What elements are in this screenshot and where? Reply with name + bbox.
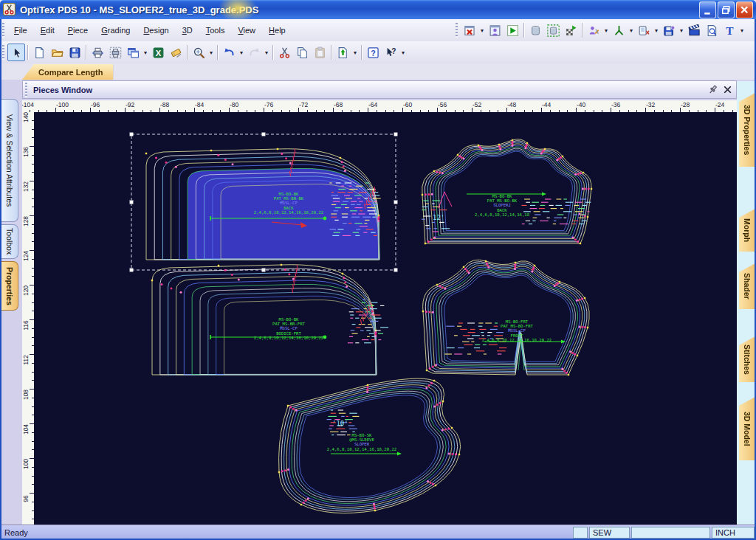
- simulate-icon[interactable]: [504, 21, 521, 39]
- svg-text:?: ?: [371, 48, 375, 57]
- redo-icon[interactable]: [245, 44, 263, 61]
- size-label: 12': [433, 214, 444, 221]
- paste-icon[interactable]: [311, 44, 329, 61]
- right-tab-stitches[interactable]: Stitches: [739, 336, 755, 382]
- selection-handle[interactable]: [394, 269, 398, 272]
- tab-compare-length[interactable]: Compare Length: [22, 64, 113, 80]
- standard-toolbar: ▾X▾▾▾▾??▾: [0, 41, 756, 64]
- menu-view[interactable]: View: [231, 23, 262, 38]
- svg-text:MS-BO-BKPAT_MS-BR-FRTMSSL-CPBO: MS-BO-BKPAT_MS-BR-FRTMSSL-CPBODICE-FRT2,…: [254, 317, 323, 340]
- cloth-cylinder-icon[interactable]: [526, 21, 544, 39]
- save-file-icon[interactable]: [66, 44, 83, 61]
- help-icon[interactable]: ?: [364, 44, 382, 61]
- cloth-select-icon[interactable]: [544, 21, 562, 39]
- right-tab-3d-model[interactable]: 3D Model: [739, 397, 755, 460]
- close-3d-windows-button-dropdown[interactable]: ▾: [478, 22, 486, 38]
- minimize-button[interactable]: [699, 1, 716, 18]
- pieces-window-header[interactable]: Pieces Window: [22, 80, 737, 99]
- toolbar-separator: [86, 45, 86, 60]
- toolbar-separator: [217, 45, 218, 60]
- left-tab-properties[interactable]: Properties: [1, 261, 18, 311]
- text-tool-icon[interactable]: T: [721, 21, 738, 39]
- right-tab-3d-properties[interactable]: 3D Properties: [739, 93, 755, 167]
- toolbar-grip[interactable]: [456, 23, 458, 38]
- animation-icon[interactable]: [685, 21, 703, 39]
- cut-icon[interactable]: [275, 44, 293, 61]
- selection-handle[interactable]: [130, 201, 134, 204]
- menu-piece[interactable]: Piece: [61, 23, 95, 38]
- window-layout-button-dropdown[interactable]: ▾: [142, 44, 149, 60]
- redo-button-dropdown[interactable]: ▾: [263, 44, 270, 60]
- svg-text:T: T: [726, 24, 734, 37]
- inspect-document-icon[interactable]: [703, 21, 721, 39]
- undo-icon[interactable]: [220, 44, 238, 61]
- stitch-tool-button-dropdown[interactable]: ▾: [628, 22, 635, 38]
- undo-button-dropdown[interactable]: ▾: [238, 44, 245, 60]
- selection-handle[interactable]: [394, 201, 398, 204]
- right-tab-shader[interactable]: Shader: [739, 263, 755, 309]
- svg-text:MS-BO-SK@MS-SLEEVESLOPER2,4,6,: MS-BO-SK@MS-SLEEVESLOPER2,4,6,8,10,12,14…: [327, 433, 396, 451]
- menu-help[interactable]: Help: [262, 23, 292, 38]
- document-tab-row: Compare Length: [0, 63, 756, 80]
- print-area-icon[interactable]: [106, 44, 124, 61]
- new-file-icon[interactable]: [30, 44, 48, 61]
- toolbar-separator: [361, 45, 362, 60]
- measure-tag-icon[interactable]: [167, 44, 185, 61]
- toolbar-grip[interactable]: [2, 23, 4, 38]
- select-tool-icon[interactable]: [7, 44, 25, 61]
- panel-grip[interactable]: [25, 83, 27, 97]
- selection-handle[interactable]: [262, 133, 266, 136]
- save-3d-button-dropdown[interactable]: ▾: [678, 22, 685, 38]
- piece-front-sloper[interactable]: MS-BO-FRTPAT_MS-BO-FRTMSSL-CPFRONT2,4,6,…: [422, 260, 589, 375]
- window-layout-icon[interactable]: [124, 44, 142, 61]
- stitch-tool-icon[interactable]: [610, 21, 628, 39]
- pieces-window-title: Pieces Window: [33, 86, 92, 94]
- menu-tools[interactable]: Tools: [199, 23, 232, 38]
- toolbar-options-button-dropdown[interactable]: ▾: [399, 44, 407, 60]
- avatar-properties-icon[interactable]: [585, 21, 602, 39]
- save-3d-icon[interactable]: [660, 21, 678, 39]
- cut-device-icon[interactable]: [635, 21, 653, 39]
- status-cell-empty2: [631, 527, 710, 539]
- render-icon[interactable]: [562, 21, 580, 39]
- 3d-window-icon[interactable]: [486, 21, 504, 39]
- piece-back-3d-block[interactable]: MS-BO-BKPAT_MS-BN-BKMSSL-CPBACK2,4,6,8,1…: [130, 133, 398, 272]
- text-tool-button-dropdown[interactable]: ▾: [738, 22, 746, 38]
- menu-edit[interactable]: Edit: [34, 23, 61, 38]
- right-tab-morph[interactable]: Morph: [739, 209, 755, 252]
- import-export-button-dropdown[interactable]: ▾: [351, 44, 359, 60]
- menu-design[interactable]: Design: [137, 23, 175, 38]
- zoom-button-dropdown[interactable]: ▾: [207, 44, 215, 60]
- export-excel-icon[interactable]: X: [149, 44, 167, 61]
- toolbar-grip[interactable]: [2, 45, 4, 60]
- restore-button[interactable]: [718, 1, 735, 18]
- selection-handle[interactable]: [130, 133, 134, 136]
- close-panel-icon[interactable]: [721, 83, 734, 96]
- pattern-canvas[interactable]: MS-BO-BKPAT_MS-BN-BKMSSL-CPBACK2,4,6,8,1…: [34, 112, 737, 525]
- piece-sleeve[interactable]: MS-BO-SK@MS-SLEEVESLOPER2,4,6,8,10,12,14…: [278, 378, 461, 513]
- menu-file[interactable]: File: [7, 23, 34, 38]
- pin-icon[interactable]: [707, 83, 719, 96]
- close-button[interactable]: [736, 1, 753, 18]
- selection-handle[interactable]: [262, 269, 266, 272]
- open-file-icon[interactable]: [48, 44, 66, 61]
- copy-icon[interactable]: [293, 44, 311, 61]
- piece-back-sloper[interactable]: MS-BO-BKPAT_MS-BO-BKSLOPER2BACK2,4,6,8,1…: [422, 139, 592, 245]
- import-export-icon[interactable]: [334, 44, 351, 61]
- status-sew-toggle[interactable]: SEW: [589, 527, 630, 539]
- selection-handle[interactable]: [130, 269, 134, 272]
- zoom-icon[interactable]: [190, 44, 207, 61]
- close-3d-windows-icon[interactable]: [461, 21, 478, 39]
- piece-front-3d-block[interactable]: MS-BO-BKPAT_MS-BR-FRTMSSL-CPBODICE-FRT2,…: [151, 264, 388, 375]
- cut-device-button-dropdown[interactable]: ▾: [653, 22, 660, 38]
- avatar-properties-button-dropdown[interactable]: ▾: [602, 22, 610, 38]
- print-icon[interactable]: [89, 44, 106, 61]
- app-window: OptiTex PDS 10 - MS_SLOPER2_true_3D_grad…: [0, 0, 756, 540]
- menu-3d[interactable]: 3D: [176, 23, 199, 38]
- context-help-icon[interactable]: ?: [382, 44, 399, 61]
- left-tab-view-selection-attributes[interactable]: View & Selection Attributes: [1, 99, 18, 222]
- selection-handle[interactable]: [394, 133, 398, 136]
- left-tab-toolbox[interactable]: Toolbox: [1, 224, 18, 259]
- menu-grading[interactable]: Grading: [94, 23, 137, 38]
- status-units-toggle[interactable]: INCH: [712, 527, 755, 539]
